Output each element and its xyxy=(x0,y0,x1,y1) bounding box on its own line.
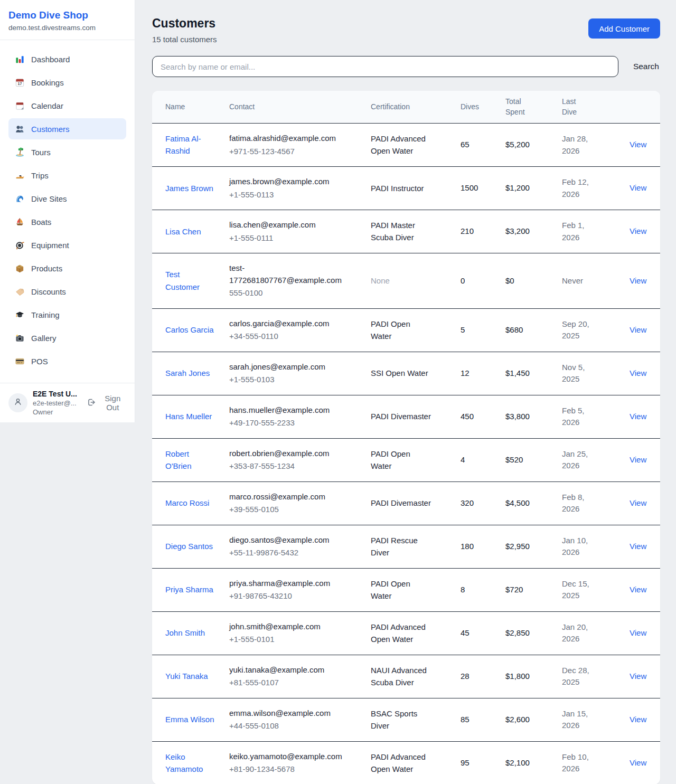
sign-out-button[interactable]: Sign Out xyxy=(87,394,126,412)
view-link[interactable]: View xyxy=(630,628,646,637)
customer-total-spent: $1,200 xyxy=(505,182,562,194)
customer-contact: priya.sharma@example.com +91-98765-43210 xyxy=(229,578,371,602)
customer-name-link[interactable]: James Brown xyxy=(165,182,213,194)
customer-name-link[interactable]: Sarah Jones xyxy=(165,367,210,379)
column-header-contact: Contact xyxy=(229,97,371,118)
sidebar-item-calendar[interactable]: Calendar xyxy=(8,95,126,116)
view-link[interactable]: View xyxy=(630,226,646,235)
view-link[interactable]: View xyxy=(630,672,646,681)
table-row: Lisa Chen lisa.chen@example.com +1-555-0… xyxy=(152,210,660,253)
sidebar-item-discounts[interactable]: Discounts xyxy=(8,281,126,302)
view-link[interactable]: View xyxy=(630,412,646,421)
customer-name-link[interactable]: Fatima Al-Rashid xyxy=(165,133,216,157)
view-link[interactable]: View xyxy=(630,369,646,377)
customer-contact: john.smith@example.com +1-555-0101 xyxy=(229,621,371,646)
customer-count: 15 total customers xyxy=(152,35,217,44)
sidebar-item-tours[interactable]: Tours xyxy=(8,141,126,163)
customers-table: Name Contact Certification Dives Total S… xyxy=(152,91,660,784)
customer-dives: 28 xyxy=(461,670,505,683)
customer-dives: 210 xyxy=(461,225,505,238)
customer-certification: PADI Instructor xyxy=(371,182,424,194)
pos-icon xyxy=(15,356,25,366)
customer-last-dive: Feb 5, 2026 xyxy=(562,405,598,429)
view-link[interactable]: View xyxy=(630,542,646,551)
table-row: Sarah Jones sarah.jones@example.com +1-5… xyxy=(152,352,660,395)
view-link[interactable]: View xyxy=(630,715,646,724)
view-link[interactable]: View xyxy=(630,585,646,594)
customer-certification: PADI Master Scuba Diver xyxy=(371,219,432,244)
customer-contact: hans.mueller@example.com +49-170-555-223… xyxy=(229,404,371,429)
customer-phone: +1-555-0103 xyxy=(229,374,361,386)
sidebar-item-products[interactable]: Products xyxy=(8,258,126,279)
customer-total-spent: $4,500 xyxy=(505,497,562,509)
sign-out-icon xyxy=(87,398,96,409)
customer-name-link[interactable]: Marco Rossi xyxy=(165,497,209,509)
search-button[interactable]: Search xyxy=(632,62,660,71)
table-header-row: Name Contact Certification Dives Total S… xyxy=(152,91,660,124)
shop-domain: demo.test.divestreams.com xyxy=(8,24,126,32)
customer-email: lisa.chen@example.com xyxy=(229,219,341,231)
sidebar-item-dashboard[interactable]: Dashboard xyxy=(8,49,126,70)
customer-last-dive: Feb 12, 2026 xyxy=(562,176,598,200)
customer-total-spent: $2,600 xyxy=(505,714,562,726)
view-link[interactable]: View xyxy=(630,758,646,767)
customer-email: priya.sharma@example.com xyxy=(229,578,341,590)
equipment-icon xyxy=(15,240,25,250)
view-link[interactable]: View xyxy=(630,183,646,192)
column-header-actions xyxy=(618,102,660,112)
products-icon xyxy=(15,263,25,273)
sidebar-item-customers[interactable]: Customers xyxy=(8,118,126,139)
sidebar-item-pos[interactable]: POS xyxy=(8,351,126,372)
customer-name-link[interactable]: Emma Wilson xyxy=(165,713,214,725)
customer-certification: None xyxy=(371,275,390,287)
page-header: Customers 15 total customers Add Custome… xyxy=(152,16,660,44)
customer-name-link[interactable]: Lisa Chen xyxy=(165,225,201,238)
customer-total-spent: $2,100 xyxy=(505,757,562,769)
customer-total-spent: $5,200 xyxy=(505,139,562,151)
sidebar-item-equipment[interactable]: Equipment xyxy=(8,234,126,256)
customer-name-link[interactable]: Hans Mueller xyxy=(165,410,212,422)
view-link[interactable]: View xyxy=(630,455,646,464)
tours-icon xyxy=(15,147,25,157)
customer-last-dive: Jan 15, 2026 xyxy=(562,708,598,732)
sidebar-item-bookings[interactable]: 17 Bookings xyxy=(8,72,126,93)
add-customer-button[interactable]: Add Customer xyxy=(588,18,660,39)
customer-email: keiko.yamamoto@example.com xyxy=(229,751,341,763)
customer-certification: PADI Advanced Open Water xyxy=(371,621,432,646)
customer-name-link[interactable]: John Smith xyxy=(165,627,205,639)
customer-contact: test-1772681807767@example.com 555-0100 xyxy=(229,262,371,299)
customer-name-link[interactable]: Diego Santos xyxy=(165,540,213,552)
sign-out-label: Sign Out xyxy=(99,394,126,412)
view-link[interactable]: View xyxy=(630,276,646,285)
customer-name-link[interactable]: Robert O'Brien xyxy=(165,448,216,473)
sidebar-item-training[interactable]: Training xyxy=(8,304,126,325)
shop-title[interactable]: Demo Dive Shop xyxy=(8,10,126,21)
customer-name-link[interactable]: Keiko Yamamoto xyxy=(165,751,216,776)
search-input[interactable] xyxy=(152,56,618,77)
customer-name-link[interactable]: Test Customer xyxy=(165,268,216,293)
view-link[interactable]: View xyxy=(630,325,646,334)
sidebar-item-boats[interactable]: Boats xyxy=(8,211,126,232)
customer-email: fatima.alrashid@example.com xyxy=(229,133,341,145)
sidebar-item-trips[interactable]: Trips xyxy=(8,165,126,186)
sidebar-item-gallery[interactable]: Gallery xyxy=(8,327,126,348)
customer-name-link[interactable]: Yuki Tanaka xyxy=(165,670,208,682)
customer-name-link[interactable]: Priya Sharma xyxy=(165,583,213,596)
dive-sites-icon xyxy=(15,194,25,204)
customer-name-link[interactable]: Carlos Garcia xyxy=(165,324,214,336)
customer-email: john.smith@example.com xyxy=(229,621,341,633)
view-link[interactable]: View xyxy=(630,498,646,507)
customer-certification: PADI Divemaster xyxy=(371,497,431,509)
customer-last-dive: Dec 15, 2025 xyxy=(562,578,598,602)
customer-dives: 5 xyxy=(461,324,505,336)
table-row: Fatima Al-Rashid fatima.alrashid@example… xyxy=(152,124,660,167)
customer-certification: PADI Open Water xyxy=(371,448,432,473)
customer-dives: 450 xyxy=(461,411,505,423)
customer-dives: 0 xyxy=(461,275,505,287)
calendar-icon xyxy=(15,101,25,111)
table-row: Carlos Garcia carlos.garcia@example.com … xyxy=(152,309,660,352)
sidebar-item-dive-sites[interactable]: Dive Sites xyxy=(8,188,126,209)
svg-text:17: 17 xyxy=(18,82,22,86)
bookings-icon: 17 xyxy=(15,78,25,88)
view-link[interactable]: View xyxy=(630,140,646,149)
